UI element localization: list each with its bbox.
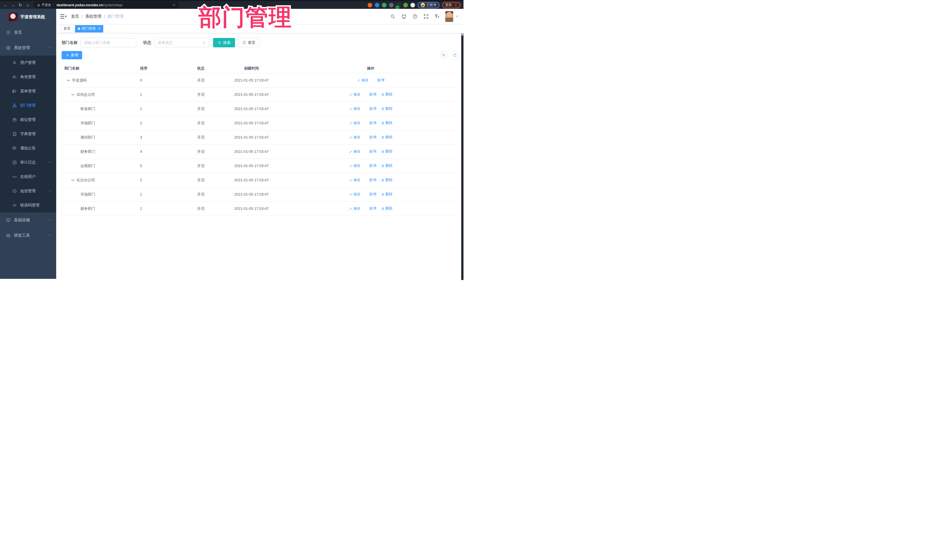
tag-item[interactable]: 首页: [61, 25, 73, 32]
status-select[interactable]: 菜单状态 ▼: [154, 38, 209, 47]
row-add-action[interactable]: 新增: [365, 121, 377, 126]
browser-menu-icon[interactable]: ⋮: [454, 3, 457, 7]
row-delete-action[interactable]: 删除: [381, 92, 392, 97]
sidebar-item-system[interactable]: 系统管理: [0, 40, 56, 56]
browser-reload-button[interactable]: ↻: [17, 2, 24, 9]
toggle-search-button[interactable]: [440, 51, 448, 59]
edit-icon: [349, 207, 353, 211]
not-secure-warning[interactable]: 不安全: [37, 3, 54, 7]
table-row: 财务部门 4 开启 2021-01-05 17:03:47 修改新增删除: [62, 144, 459, 159]
refresh-icon: [453, 53, 457, 57]
help-icon[interactable]: [412, 14, 418, 19]
green-circle-extension-icon[interactable]: [382, 3, 386, 8]
browser-update-button[interactable]: 更新 ⋮: [442, 2, 460, 8]
row-add-action[interactable]: 新增: [365, 206, 377, 211]
address-bar[interactable]: 不安全 dashboard.yudao.iocoder.cn/system/de…: [33, 2, 179, 8]
row-delete-action[interactable]: 删除: [381, 135, 392, 140]
bookmark-star-icon[interactable]: ☆: [172, 3, 176, 7]
refresh-table-button[interactable]: [451, 51, 459, 59]
dept-name-input[interactable]: 请输入部门名称: [81, 38, 136, 47]
reset-button[interactable]: 重置: [238, 38, 260, 47]
row-edit-action[interactable]: 修改: [349, 163, 360, 168]
sidebar-item-dev-tools[interactable]: 研发工具: [0, 228, 56, 243]
row-delete-action[interactable]: 删除: [381, 121, 392, 126]
row-add-action[interactable]: 新增: [365, 192, 377, 197]
add-icon: [365, 193, 369, 196]
sidebar-item-online-user[interactable]: 在线用户: [0, 170, 56, 184]
grid-extension-icon[interactable]: [389, 3, 394, 8]
user-menu[interactable]: ▼: [445, 11, 458, 22]
tree-expand-icon[interactable]: ❯: [71, 179, 75, 181]
github-icon[interactable]: [401, 14, 406, 19]
sidebar-item-home[interactable]: 首页: [0, 25, 56, 40]
tag-active[interactable]: 部门管理✕: [75, 25, 103, 32]
delete-icon: [381, 207, 384, 211]
row-edit-action[interactable]: 修改: [349, 178, 360, 182]
row-add-action[interactable]: 新增: [365, 135, 377, 140]
row-add-action[interactable]: 新增: [365, 178, 377, 182]
green-key-extension-icon[interactable]: [403, 3, 408, 8]
row-edit-action[interactable]: 修改: [349, 149, 360, 154]
sidebar-item-menu[interactable]: 菜单管理: [0, 84, 56, 99]
tree-expand-icon[interactable]: ❯: [67, 79, 70, 82]
close-tag-icon[interactable]: ✕: [98, 27, 100, 30]
app-logo-row[interactable]: 芋道管理系统: [0, 9, 56, 25]
add-dept-button[interactable]: 新增: [62, 51, 82, 59]
sidebar-item-user[interactable]: 用户管理: [0, 56, 56, 70]
sidebar-item-role[interactable]: 角色管理: [0, 70, 56, 84]
fullscreen-icon[interactable]: [424, 14, 429, 19]
sidebar-item-notice[interactable]: 通知公告: [0, 141, 56, 155]
row-add-action[interactable]: 新增: [365, 106, 377, 111]
breadcrumb-item[interactable]: 首页: [71, 14, 79, 19]
row-delete-action[interactable]: 删除: [381, 163, 392, 168]
row-edit-action[interactable]: 修改: [349, 121, 360, 126]
sidebar-item-audit-log[interactable]: 审计日志: [0, 155, 56, 170]
row-edit-action[interactable]: 修改: [349, 206, 360, 211]
user-icon: [12, 61, 17, 65]
row-edit-action[interactable]: 修改: [349, 192, 360, 197]
actions-cell: 修改新增删除: [283, 163, 459, 168]
browser-back-button[interactable]: ←: [2, 2, 9, 9]
edit-icon: [349, 193, 353, 196]
browser-home-button[interactable]: ⌂: [24, 2, 31, 9]
row-delete-action[interactable]: 删除: [381, 192, 392, 197]
row-edit-action[interactable]: 修改: [357, 78, 369, 83]
row-add-action[interactable]: 新增: [365, 92, 377, 97]
actions-cell: 修改新增删除: [283, 178, 459, 182]
row-delete-action[interactable]: 删除: [381, 106, 392, 111]
tree-expand-icon[interactable]: ❯: [71, 93, 75, 96]
header-search-icon[interactable]: [390, 14, 395, 19]
row-add-action[interactable]: 新增: [365, 149, 377, 154]
orange-extension-icon[interactable]: [368, 3, 372, 8]
sidebar-item-error-code[interactable]: 错误码管理: [0, 198, 56, 212]
row-add-action[interactable]: 新增: [373, 78, 384, 83]
row-delete-action[interactable]: 删除: [381, 149, 392, 154]
row-add-action[interactable]: 新增: [365, 163, 377, 168]
blue-gem-extension-icon[interactable]: [375, 3, 379, 8]
page-scrollbar[interactable]: [461, 10, 464, 280]
collapse-sidebar-icon[interactable]: [60, 14, 67, 19]
dept-name-cell: 财务部门: [62, 149, 133, 154]
row-edit-action[interactable]: 修改: [349, 106, 360, 111]
profile-paused-pill[interactable]: 已暂停: [418, 2, 440, 8]
row-delete-action[interactable]: 删除: [381, 178, 392, 182]
sidebar-item-infra[interactable]: 基础设施: [0, 212, 56, 228]
puzzle-extension-icon[interactable]: [410, 3, 415, 8]
sidebar-item-post[interactable]: 岗位管理: [0, 112, 56, 127]
row-edit-action[interactable]: 修改: [349, 135, 360, 140]
breadcrumb-item[interactable]: 系统管理: [85, 14, 101, 19]
row-delete-action[interactable]: 删除: [381, 206, 392, 211]
sidebar-item-label: 岗位管理: [20, 117, 52, 122]
sidebar-item-sms[interactable]: 短信管理: [0, 184, 56, 198]
font-size-icon[interactable]: TT: [435, 14, 439, 19]
proxy-extension-icon[interactable]: on: [396, 3, 401, 8]
users-icon: [12, 75, 17, 79]
row-edit-action[interactable]: 修改: [349, 92, 360, 97]
sidebar-item-dept[interactable]: 部门管理: [0, 99, 56, 112]
sidebar-item-dict[interactable]: 字典管理: [0, 127, 56, 141]
browser-forward-button[interactable]: →: [9, 2, 17, 9]
search-button[interactable]: 搜索: [213, 38, 235, 47]
add-icon: [365, 179, 369, 182]
status-cell: 开启: [193, 78, 221, 83]
app-header: 首页/系统管理/部门管理 TT ▼: [56, 9, 464, 24]
